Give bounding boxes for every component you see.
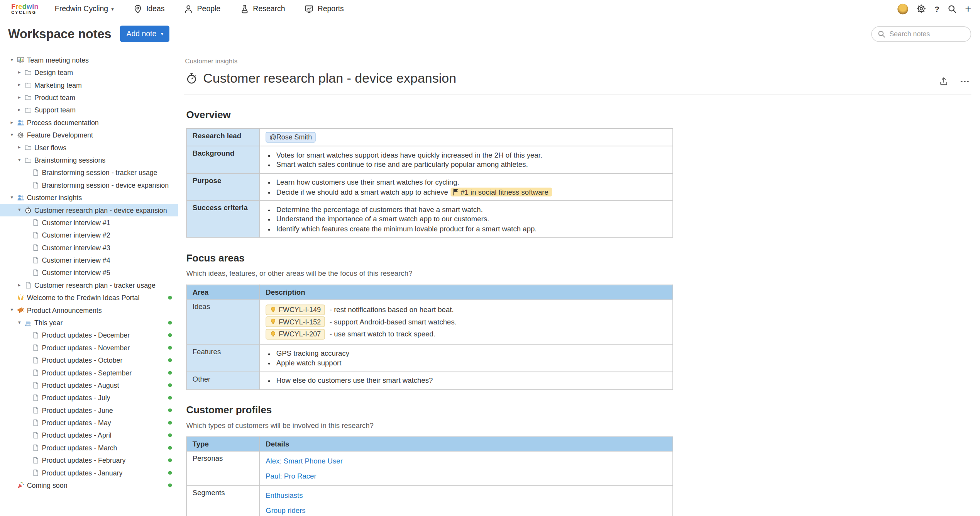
nav-item-reports[interactable]: Reports — [305, 4, 344, 14]
idea-line: FWCYL-I-149 - rest notifications based o… — [266, 304, 667, 315]
sidebar-item[interactable]: Product updates - October — [0, 354, 178, 367]
persona-link[interactable]: Paul: Pro Racer — [266, 471, 667, 480]
nav-item-label: Research — [253, 4, 285, 13]
sidebar-item[interactable]: ▾Brainstorming sessions — [0, 154, 178, 166]
sidebar-item[interactable]: Product updates - March — [0, 441, 178, 454]
doc-icon — [23, 282, 33, 289]
person-icon — [184, 4, 193, 14]
sidebar-item[interactable]: ▸Customer research plan - tracker usage — [0, 279, 178, 291]
sidebar-item[interactable]: Product updates - February — [0, 454, 178, 467]
sidebar-item-label: Coming soon — [27, 482, 68, 489]
page-header: Workspace notes Add note ▾ — [0, 17, 980, 50]
add-note-button[interactable]: Add note ▾ — [120, 25, 169, 42]
table-row: Success criteria Determine the percentag… — [186, 200, 673, 238]
section-intro: Which types of customers will be involve… — [186, 421, 972, 429]
sidebar-item[interactable]: ▸Marketing team — [0, 79, 178, 91]
idea-link-pill[interactable]: FWCYL-I-207 — [266, 329, 325, 339]
app-logo[interactable]: Fredwin CYCLING — [11, 3, 39, 15]
nav-item-people[interactable]: People — [184, 4, 221, 14]
settings-gear-icon[interactable] — [916, 4, 926, 14]
caret-right-icon[interactable]: ▸ — [15, 145, 23, 150]
segment-link[interactable]: Enthusiasts — [266, 491, 667, 499]
caret-right-icon[interactable]: ▸ — [8, 120, 15, 125]
sidebar-item[interactable]: ▾Feature Development — [0, 129, 178, 141]
idea-link-pill[interactable]: FWCYL-I-152 — [266, 316, 325, 327]
segment-link[interactable]: Group riders — [266, 506, 667, 514]
sidebar-item[interactable]: Customer interview #3 — [0, 241, 178, 254]
caret-right-icon[interactable]: ▸ — [15, 95, 23, 100]
row-value: Learn how customers use their smart watc… — [260, 173, 673, 200]
help-icon[interactable]: ? — [934, 4, 939, 14]
caret-down-icon[interactable]: ▾ — [15, 208, 23, 213]
sidebar-item[interactable]: ▾Team meeting notes — [0, 54, 178, 66]
sidebar-item[interactable]: Product updates - September — [0, 367, 178, 379]
screen: Fredwin CYCLING Fredwin Cycling ▾ Ideas … — [0, 0, 980, 516]
sidebar-item[interactable]: Product updates - June — [0, 404, 178, 416]
sidebar-item[interactable]: ▾Customer insights — [0, 191, 178, 204]
doc-icon — [30, 382, 41, 389]
caret-right-icon[interactable]: ▸ — [15, 283, 23, 288]
more-options-icon[interactable] — [960, 78, 970, 85]
add-plus-icon[interactable]: + — [965, 3, 971, 14]
sidebar-item[interactable]: Customer interview #5 — [0, 266, 178, 279]
sidebar-item[interactable]: Product updates - April — [0, 429, 178, 441]
sidebar-item[interactable]: Customer interview #1 — [0, 216, 178, 229]
sidebar-item[interactable]: Product updates - August — [0, 379, 178, 391]
sidebar-item[interactable]: Coming soon — [0, 479, 178, 491]
workspace-selector[interactable]: Fredwin Cycling ▾ — [55, 4, 114, 13]
caret-right-icon[interactable]: ▸ — [15, 108, 23, 113]
sidebar-item[interactable]: ▸Product team — [0, 91, 178, 104]
sidebar-item[interactable]: Customer interview #4 — [0, 254, 178, 266]
share-icon[interactable] — [939, 76, 949, 87]
caret-right-icon[interactable]: ▸ — [15, 83, 23, 88]
status-dot — [168, 421, 172, 425]
sidebar-item[interactable]: Welcome to the Fredwin Ideas Portal — [0, 292, 178, 304]
sidebar-item[interactable]: ▸User flows — [0, 141, 178, 154]
sidebar-item[interactable]: Brainstorming session - device expansion — [0, 179, 178, 191]
highlighted-text: #1 in social fitness software — [450, 187, 552, 196]
nav-item-research[interactable]: Research — [240, 4, 285, 14]
nav-item-ideas[interactable]: Ideas — [133, 4, 165, 14]
persona-link[interactable]: Alex: Smart Phone User — [266, 456, 667, 465]
sidebar-item[interactable]: ▾Customer research plan - device expansi… — [0, 204, 178, 216]
sidebar-item[interactable]: Customer interview #2 — [0, 229, 178, 241]
search-icon[interactable] — [948, 4, 957, 14]
caret-right-icon[interactable]: ▸ — [15, 70, 23, 75]
sidebar-item-label: Product updates - February — [42, 457, 125, 464]
add-note-label: Add note — [126, 29, 156, 38]
bullet-item: Identify which features create the minim… — [276, 224, 667, 233]
bullet-item: Votes for smart watches support ideas ha… — [276, 150, 667, 159]
sidebar-item[interactable]: ▸Design team — [0, 66, 178, 79]
sidebar-item[interactable]: Brainstorming session - tracker usage — [0, 166, 178, 179]
sidebar-item[interactable]: Product updates - May — [0, 416, 178, 429]
doc-icon — [30, 182, 41, 189]
row-value: Enthusiasts Group riders — [260, 485, 673, 516]
search-notes-input[interactable] — [871, 26, 971, 41]
sidebar-item[interactable]: ▸Process documentation — [0, 116, 178, 129]
caret-down-icon[interactable]: ▾ — [8, 308, 15, 313]
sidebar-item[interactable]: Product updates - July — [0, 392, 178, 404]
sidebar-item[interactable]: Product updates - December — [0, 329, 178, 341]
caret-down-icon[interactable]: ▾ — [15, 158, 23, 163]
caret-down-icon[interactable]: ▾ — [15, 320, 23, 325]
caret-down-icon[interactable]: ▾ — [8, 132, 15, 137]
row-value: GPS tracking accuracy Apple watch suppor… — [260, 344, 673, 371]
sidebar-item[interactable]: Product updates - November — [0, 341, 178, 354]
sidebar-item-label: Support team — [34, 106, 76, 114]
caret-down-icon[interactable]: ▾ — [8, 58, 15, 63]
avatar[interactable] — [897, 3, 908, 14]
folder-icon — [23, 69, 33, 76]
breadcrumb[interactable]: Customer insights — [184, 57, 971, 64]
sidebar-item-label: Brainstorming session - device expansion — [42, 182, 169, 189]
sidebar-item-label: Product updates - May — [42, 419, 111, 426]
sidebar-item[interactable]: ▾Product Announcements — [0, 304, 178, 316]
status-dot — [168, 384, 172, 387]
caret-down-icon[interactable]: ▾ — [8, 195, 15, 200]
status-dot — [168, 333, 172, 337]
sidebar-item[interactable]: ▾This year — [0, 316, 178, 329]
person-tag[interactable]: @Rose Smith — [266, 132, 316, 143]
sidebar-item[interactable]: Product updates - January — [0, 467, 178, 479]
idea-link-pill[interactable]: FWCYL-I-149 — [266, 304, 325, 315]
status-dot — [168, 321, 172, 325]
sidebar-item[interactable]: ▸Support team — [0, 104, 178, 116]
